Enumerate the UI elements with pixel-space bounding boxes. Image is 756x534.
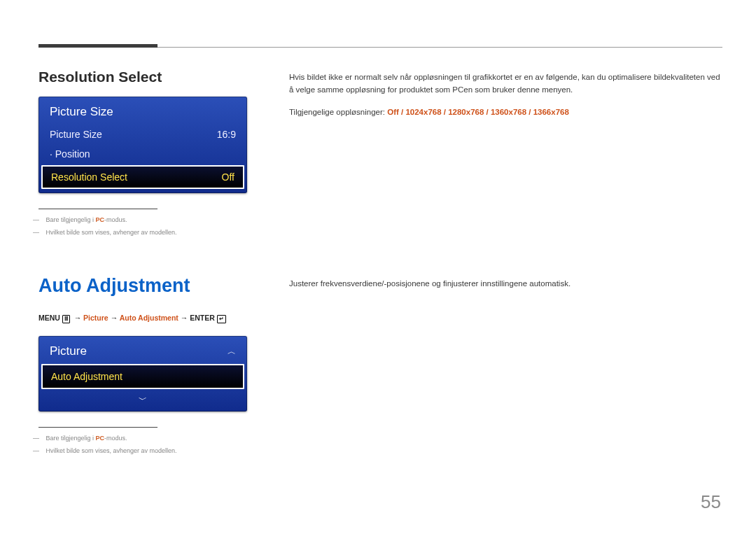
description-text: Justerer frekvensverdiene/-posisjonene o…: [289, 278, 722, 290]
resolution-select-section: Resolution Select Picture Size Picture S…: [38, 69, 722, 241]
osd-title: Picture Size: [40, 98, 246, 125]
osd-value: 16:9: [217, 129, 236, 140]
chevron-up-icon[interactable]: ︿: [227, 346, 236, 358]
footnote-model: ― Hvilket bilde som vises, avhenger av m…: [38, 447, 248, 454]
osd-row-position[interactable]: Position: [40, 144, 246, 164]
osd-label: Picture Size: [50, 129, 102, 140]
footnote-model: ― Hvilket bilde som vises, avhenger av m…: [38, 229, 248, 236]
section-heading-auto-adjustment: Auto Adjustment: [38, 275, 248, 297]
footnote-rule: [38, 427, 158, 428]
page-number: 55: [701, 491, 721, 513]
menu-icon: Ⅲ: [62, 315, 70, 323]
osd-row-resolution-select-selected[interactable]: Resolution Select Off: [41, 165, 244, 189]
osd-panel-picture: Picture ︿ Auto Adjustment ﹀: [38, 336, 247, 412]
osd-value: Off: [222, 171, 234, 183]
osd-panel-picture-size: Picture Size Picture Size 16:9 Position …: [38, 97, 247, 193]
footnote-rule: [38, 209, 158, 209]
osd-row-auto-adjustment-selected[interactable]: Auto Adjustment: [41, 364, 244, 389]
description-text: Hvis bildet ikke er normalt selv når opp…: [289, 71, 722, 97]
footnote-pc-mode: ― Bare tilgjengelig i PC-modus.: [38, 216, 248, 223]
available-resolutions: Tilgjengelige oppløsninger: Off / 1024x7…: [289, 106, 722, 119]
footnote-pc-mode: ― Bare tilgjengelig i PC-modus.: [38, 435, 248, 442]
auto-adjustment-section: Auto Adjustment MENU Ⅲ → Picture → Auto …: [38, 275, 722, 460]
section-heading-resolution-select: Resolution Select: [38, 69, 248, 85]
osd-title: Picture: [50, 344, 87, 358]
osd-label: Resolution Select: [51, 171, 127, 183]
chevron-down-icon[interactable]: ﹀: [139, 395, 147, 405]
osd-row-picture-size[interactable]: Picture Size 16:9: [40, 125, 246, 144]
menu-path: MENU Ⅲ → Picture → Auto Adjustment → ENT…: [38, 314, 248, 323]
enter-icon: ↵: [217, 315, 226, 323]
